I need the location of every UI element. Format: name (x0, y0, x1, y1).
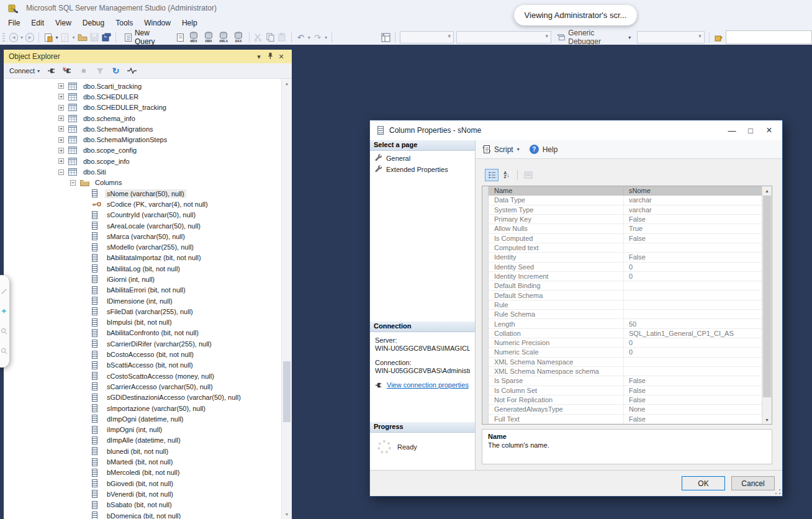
tree-item[interactable]: bVenerdi (bit, not null) (4, 489, 282, 499)
grid-scrollbar-thumb[interactable] (763, 196, 771, 397)
undo-button[interactable]: ↶ (296, 32, 305, 42)
toolbar-combo-2[interactable] (456, 31, 551, 43)
property-value[interactable]: False (624, 396, 762, 404)
menu-window[interactable]: Window (138, 17, 176, 29)
property-value[interactable]: None (624, 405, 762, 413)
page-item-extended-properties[interactable]: Extended Properties (370, 164, 475, 175)
tree-item[interactable]: bCostoAccesso (bit, not null) (4, 349, 282, 359)
tree-item[interactable]: sCountryId (varchar(50), null) (4, 210, 282, 220)
annotate-icon[interactable] (1, 308, 7, 315)
navigate-forward-button[interactable]: ► (25, 33, 34, 42)
tree-scrollbar-thumb[interactable] (283, 361, 291, 422)
close-icon[interactable]: ✕ (276, 53, 287, 61)
property-row[interactable]: Length50 (489, 319, 762, 328)
tree-item[interactable]: −dbo.Siti (4, 166, 282, 177)
expand-icon[interactable]: + (58, 115, 64, 121)
generic-debugger-dropdown[interactable]: Generic Debugger ▾ (554, 29, 634, 46)
property-row[interactable]: Identity Seed0 (489, 263, 762, 272)
collapse-icon[interactable]: − (70, 180, 76, 186)
cancel-button[interactable]: Cancel (731, 476, 775, 490)
new-project-dropdown[interactable]: ▾ (55, 35, 58, 40)
property-value[interactable]: 0 (624, 273, 762, 280)
property-row[interactable]: Computed text (489, 243, 762, 253)
stop-icon[interactable]: ■ (79, 66, 88, 75)
undo-dropdown[interactable]: ▾ (308, 35, 310, 40)
new-project-button[interactable] (43, 32, 53, 42)
expand-icon[interactable]: + (58, 83, 64, 89)
tree-item[interactable]: +dbo.SchemaMigrations (4, 124, 282, 134)
page-item-general[interactable]: General (370, 153, 475, 164)
property-row[interactable]: Rule Schema (489, 310, 762, 319)
filter-icon[interactable] (95, 66, 104, 75)
new-dmx-query-button[interactable]: DMX (203, 32, 215, 43)
property-value[interactable]: varchar (624, 196, 762, 204)
menu-view[interactable]: View (50, 17, 77, 29)
new-mdx-query-button[interactable]: MDX (188, 32, 200, 43)
tree-item[interactable]: sImportazione (varchar(50), null) (4, 403, 282, 413)
tree-item[interactable]: sModello (varchar(255), null) (4, 241, 282, 252)
tree-item[interactable]: sCarrierDiRifer (varchar(255), null) (4, 338, 282, 349)
tree-item[interactable]: bGiovedi (bit, not null) (4, 478, 282, 489)
property-value[interactable]: True (624, 225, 762, 232)
new-xmla-query-button[interactable]: XMLA (218, 32, 230, 43)
zoom-in-icon[interactable] (1, 328, 7, 335)
object-explorer-title-bar[interactable]: Object Explorer ▾ ✕ (4, 50, 292, 63)
property-row[interactable]: IdentityFalse (489, 253, 762, 262)
property-row[interactable]: System Typevarchar (489, 205, 762, 215)
scroll-down-icon[interactable]: ▼ (282, 510, 292, 519)
tree-item[interactable]: iGiorni (int, null) (4, 274, 282, 284)
refresh-icon[interactable]: ↻ (111, 66, 120, 75)
redo-button[interactable]: ↷ (313, 32, 322, 42)
property-row[interactable]: Primary KeyFalse (489, 215, 762, 224)
menu-file[interactable]: File (2, 17, 25, 29)
pin-icon[interactable] (264, 52, 276, 61)
property-row[interactable]: Numeric Precision0 (489, 338, 762, 348)
tree-item[interactable]: bScattiAccesso (bit, not null) (4, 360, 282, 371)
copy-button[interactable] (266, 32, 275, 42)
expand-icon[interactable]: + (58, 158, 64, 164)
expand-icon[interactable]: + (58, 137, 64, 143)
save-all-button[interactable] (102, 32, 111, 42)
tree-item[interactable]: lDimensione (int, null) (4, 296, 282, 306)
toolbar-combo-1[interactable] (400, 31, 454, 43)
property-value[interactable]: SQL_Latin1_General_CP1_CI_AS (624, 330, 762, 337)
view-connection-properties-link[interactable]: View connection properties (387, 381, 469, 389)
tree-item[interactable]: bDomenica (bit, not null) (4, 510, 282, 519)
property-row[interactable]: Data Typevarchar (489, 196, 762, 205)
expand-icon[interactable]: + (58, 105, 64, 111)
property-value[interactable]: 50 (624, 320, 762, 328)
tree-item[interactable]: sNome (varchar(50), null) (4, 188, 282, 199)
tree-item[interactable]: +dbo.SchemaMigrationSteps (4, 134, 282, 145)
cut-button[interactable] (253, 32, 263, 42)
tree-item[interactable]: +dbo.scope_info (4, 156, 282, 166)
scroll-up-icon[interactable]: ▲ (282, 79, 292, 88)
query-document-button[interactable] (176, 32, 185, 42)
property-row[interactable]: Not For ReplicationFalse (489, 395, 762, 405)
property-row[interactable]: Is SparseFalse (489, 376, 762, 386)
window-position-icon[interactable]: ▾ (253, 53, 264, 61)
tree-item[interactable]: bImpulsi (bit, not null) (4, 317, 282, 328)
disconnect-plug-icon[interactable] (63, 66, 72, 75)
menu-edit[interactable]: Edit (25, 17, 50, 29)
execution-plan-button[interactable] (381, 32, 390, 42)
tree-item[interactable]: sMarca (varchar(50), null) (4, 231, 282, 241)
tree-item[interactable]: bAbilitaConfronto (bit, not null) (4, 328, 282, 338)
tree-item[interactable]: blunedi (bit, not null) (4, 446, 282, 456)
collapse-icon[interactable]: − (58, 169, 64, 175)
property-value[interactable]: 0 (624, 348, 762, 356)
tree-item[interactable]: dImpOgni (datetime, null) (4, 413, 282, 424)
add-item-button[interactable] (60, 32, 70, 42)
open-file-button[interactable] (78, 32, 88, 42)
property-value[interactable]: False (624, 235, 762, 242)
tree-item[interactable]: dImpAlle (datetime, null) (4, 435, 282, 446)
menu-tools[interactable]: Tools (110, 17, 138, 29)
property-row[interactable]: Is Column SetFalse (489, 386, 762, 395)
property-row[interactable]: Rule (489, 300, 762, 310)
alphabetical-sort-button[interactable]: AZ↓ (500, 169, 513, 181)
save-button[interactable] (90, 32, 99, 42)
resize-grip[interactable] (775, 489, 781, 495)
property-row[interactable]: Identity Increment0 (489, 272, 762, 281)
property-row[interactable]: Full TextFalse (489, 415, 762, 424)
tree-item[interactable]: sFileDati (varchar(255), null) (4, 306, 282, 317)
pointer-icon[interactable] (1, 288, 7, 295)
